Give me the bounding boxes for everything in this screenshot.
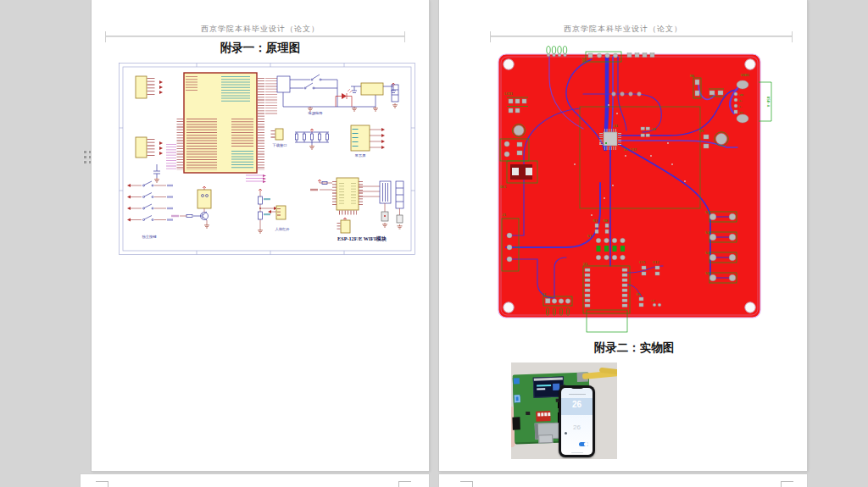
photo-phone-screen: 26 26 xyxy=(561,388,593,455)
photo-component xyxy=(514,378,520,384)
schematic-power-circuit: 电源电路 xyxy=(277,75,396,115)
schematic-mcu-block xyxy=(171,73,271,183)
document-page-4-stub xyxy=(439,474,807,487)
schematic-figure[interactable]: 电源电路 下载接口 xyxy=(119,63,415,255)
photo-component xyxy=(514,395,520,402)
pcb-label-usb1: USB1 xyxy=(741,73,750,77)
pcb-label-c8: C8 xyxy=(652,127,657,131)
label-infrared: 人体红外 xyxy=(275,227,290,231)
pcb-label-r6: R6 xyxy=(690,74,695,78)
pcb-label-dminus: D- xyxy=(739,105,743,108)
photo-dip-switch xyxy=(536,411,550,422)
appendix1-title: 附录一：原理图 xyxy=(92,41,429,56)
photo-smartphone: 26 26 xyxy=(559,385,595,457)
photo-power-jack xyxy=(512,417,520,429)
document-page-1: 西京学院本科毕业设计（论文） 附录一：原理图 xyxy=(92,0,429,471)
pcb-label-c12: C12 xyxy=(653,260,659,264)
pcb-label-u1: U1 xyxy=(614,124,619,128)
pcb-label-s1: S1 xyxy=(587,234,593,238)
pcb-label-part-code: 22-142 xyxy=(624,147,637,152)
schematic-keys: 独立按键 xyxy=(127,181,173,239)
pcb-label-c11: C11 xyxy=(639,260,646,264)
label-download-port: 下载接口 xyxy=(271,143,287,147)
appendix2-caption: 附录二：实物图 xyxy=(473,340,795,356)
photo-component xyxy=(526,412,530,415)
pcb-label-r8: R8 xyxy=(604,219,609,223)
pcb-label-vcc: VCC xyxy=(739,111,743,114)
pcb-label-usb-a: USB-A xyxy=(766,97,771,108)
schematic-display: 显示屏 xyxy=(351,125,385,158)
pcb-label-j1: J1 xyxy=(502,213,507,217)
phone-temperature-secondary: 26 xyxy=(561,423,593,431)
schematic-infrared: 人体红外 xyxy=(268,206,290,231)
header-rule xyxy=(490,36,793,37)
pcb-figure[interactable]: J02 U1 22-142 C8 LCD1 xyxy=(492,42,775,335)
phone-toggle-switch xyxy=(579,442,588,447)
pcb-label-gnd: GND xyxy=(739,93,743,97)
schematic-left-connectors xyxy=(136,76,163,182)
photo-usb-port xyxy=(538,434,553,444)
margin-mark xyxy=(490,31,491,42)
phone-temperature-main: 26 xyxy=(561,400,593,409)
margin-mark xyxy=(460,481,473,487)
label-power-circuit: 电源电路 xyxy=(308,111,323,115)
schematic-buzzer xyxy=(171,186,211,228)
schematic-wifi-module: ESP-12F/E WIFI模块 xyxy=(310,178,403,242)
pcb-label-dc1: DC1 xyxy=(500,185,507,189)
page-header: 西京学院本科毕业设计（论文） xyxy=(92,24,429,35)
header-rule xyxy=(105,36,405,37)
document-page-3-stub xyxy=(81,474,429,487)
schematic-download-port: 下载接口 xyxy=(271,129,329,149)
pcb-label-j02: J02 xyxy=(581,58,586,64)
drag-handle-icon[interactable] xyxy=(83,150,92,164)
pcb-label-r7: R7 xyxy=(593,219,598,223)
page-header: 西京学院本科毕业设计（论文） xyxy=(439,24,807,35)
label-display: 显示屏 xyxy=(355,153,366,158)
pcb-label-c10: C10 xyxy=(651,299,655,302)
pcb-label-j2: J2 xyxy=(542,292,547,296)
pcb-label-lcd1: LCD1 xyxy=(504,91,514,96)
margin-mark xyxy=(398,481,411,487)
device-photo[interactable]: 26 26 xyxy=(511,362,617,459)
pcb-label-dplus: D+ xyxy=(739,99,743,102)
schematic-top-right xyxy=(392,85,398,108)
pcb-label-r9: R9 xyxy=(699,129,704,133)
pcb-label-u3: U3 xyxy=(583,262,588,266)
document-page-2: 西京学院本科毕业设计（论文） xyxy=(439,0,807,471)
margin-mark xyxy=(96,481,108,487)
label-wifi-module: ESP-12F/E WIFI模块 xyxy=(337,235,387,242)
pcb-label-r5: R5 xyxy=(637,292,642,296)
margin-mark xyxy=(781,481,793,487)
label-keys: 独立按键 xyxy=(142,235,157,239)
margin-mark xyxy=(792,31,793,42)
phone-notch xyxy=(570,385,584,389)
